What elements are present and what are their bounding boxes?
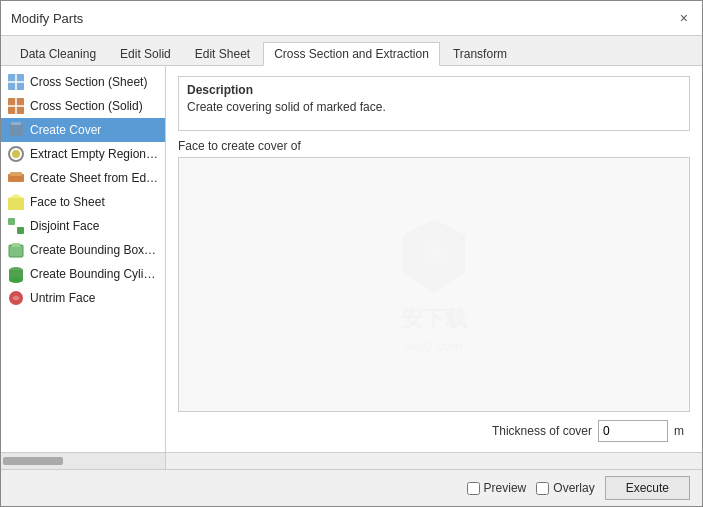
right-panel: Description Create covering solid of mar…: [166, 66, 702, 452]
list-item-disjoint-face[interactable]: Disjoint Face: [1, 214, 165, 238]
thickness-row: Thickness of cover m: [178, 420, 690, 442]
untrim-face-icon: [7, 289, 25, 307]
face-section: Face to create cover of 安 安下载 anxz.com: [178, 139, 690, 442]
tab-transform[interactable]: Transform: [442, 42, 518, 65]
overlay-checkbox[interactable]: [536, 482, 549, 495]
overlay-label[interactable]: Overlay: [553, 481, 594, 495]
svg-rect-12: [8, 198, 24, 210]
description-section: Description Create covering solid of mar…: [178, 76, 690, 131]
cross-solid-icon: [7, 97, 25, 115]
preview-checkbox[interactable]: [467, 482, 480, 495]
disjoint-face-icon: [7, 217, 25, 235]
untrim-face-label: Untrim Face: [30, 291, 95, 305]
list-item-cross-section-sheet[interactable]: Cross Section (Sheet): [1, 70, 165, 94]
list-item-create-bounding-box[interactable]: Create Bounding Box (A: [1, 238, 165, 262]
svg-rect-15: [17, 227, 24, 234]
disjoint-face-label: Disjoint Face: [30, 219, 99, 233]
list-item-create-cover[interactable]: Create Cover: [1, 118, 165, 142]
svg-rect-7: [11, 122, 21, 125]
list-item-create-sheet-edge[interactable]: Create Sheet from Edge: [1, 166, 165, 190]
tab-data-cleaning[interactable]: Data Cleaning: [9, 42, 107, 65]
list-item-cross-section-solid[interactable]: Cross Section (Solid): [1, 94, 165, 118]
execute-button[interactable]: Execute: [605, 476, 690, 500]
svg-point-20: [9, 277, 23, 283]
overlay-group: Overlay: [536, 481, 594, 495]
svg-rect-6: [9, 124, 23, 136]
svg-rect-17: [12, 243, 20, 247]
tab-cross-section[interactable]: Cross Section and Extraction: [263, 42, 440, 66]
svg-text:安: 安: [427, 246, 441, 262]
svg-marker-13: [8, 194, 24, 198]
svg-point-9: [12, 150, 20, 158]
tab-edit-solid[interactable]: Edit Solid: [109, 42, 182, 65]
face-to-sheet-icon: [7, 193, 25, 211]
create-cover-label: Create Cover: [30, 123, 101, 137]
description-label: Description: [187, 83, 681, 97]
create-sheet-edge-icon: [7, 169, 25, 187]
list-item-extract-empty[interactable]: Extract Empty Regions o: [1, 142, 165, 166]
list-item-create-bounding-cyl[interactable]: Create Bounding Cylinde: [1, 262, 165, 286]
left-panel: Cross Section (Sheet) Cross Section (Sol…: [1, 66, 166, 452]
main-content: Cross Section (Sheet) Cross Section (Sol…: [1, 66, 702, 452]
face-label: Face to create cover of: [178, 139, 690, 153]
thickness-unit: m: [674, 424, 690, 438]
description-text: Create covering solid of marked face.: [187, 100, 681, 114]
cross-section-sheet-label: Cross Section (Sheet): [30, 75, 147, 89]
thickness-input[interactable]: [598, 420, 668, 442]
create-bounding-cyl-icon: [7, 265, 25, 283]
watermark: 安 安下载 anxz.com: [394, 216, 474, 353]
face-to-sheet-label: Face to Sheet: [30, 195, 105, 209]
thickness-label: Thickness of cover: [492, 424, 592, 438]
face-input-box[interactable]: 安 安下载 anxz.com: [178, 157, 690, 412]
cross-section-solid-label: Cross Section (Solid): [30, 99, 143, 113]
title-bar: Modify Parts ×: [1, 1, 702, 36]
svg-rect-14: [8, 218, 15, 225]
create-bounding-box-icon: [7, 241, 25, 259]
extract-empty-icon: [7, 145, 25, 163]
tabs-bar: Data Cleaning Edit Solid Edit Sheet Cros…: [1, 36, 702, 66]
modify-parts-dialog: Modify Parts × Data Cleaning Edit Solid …: [0, 0, 703, 507]
cross-sheet-icon: [7, 73, 25, 91]
close-button[interactable]: ×: [676, 9, 692, 27]
create-cover-icon: [7, 121, 25, 139]
create-sheet-edge-label: Create Sheet from Edge: [30, 171, 159, 185]
dialog-title: Modify Parts: [11, 11, 83, 26]
list-item-face-to-sheet[interactable]: Face to Sheet: [1, 190, 165, 214]
preview-group: Preview: [467, 481, 527, 495]
svg-rect-11: [10, 172, 22, 176]
preview-label[interactable]: Preview: [484, 481, 527, 495]
tab-edit-sheet[interactable]: Edit Sheet: [184, 42, 261, 65]
bottom-bar: Preview Overlay Execute: [1, 469, 702, 506]
create-bounding-box-label: Create Bounding Box (A: [30, 243, 159, 257]
create-bounding-cyl-label: Create Bounding Cylinde: [30, 267, 159, 281]
list-item-untrim-face[interactable]: Untrim Face: [1, 286, 165, 310]
extract-empty-label: Extract Empty Regions o: [30, 147, 159, 161]
